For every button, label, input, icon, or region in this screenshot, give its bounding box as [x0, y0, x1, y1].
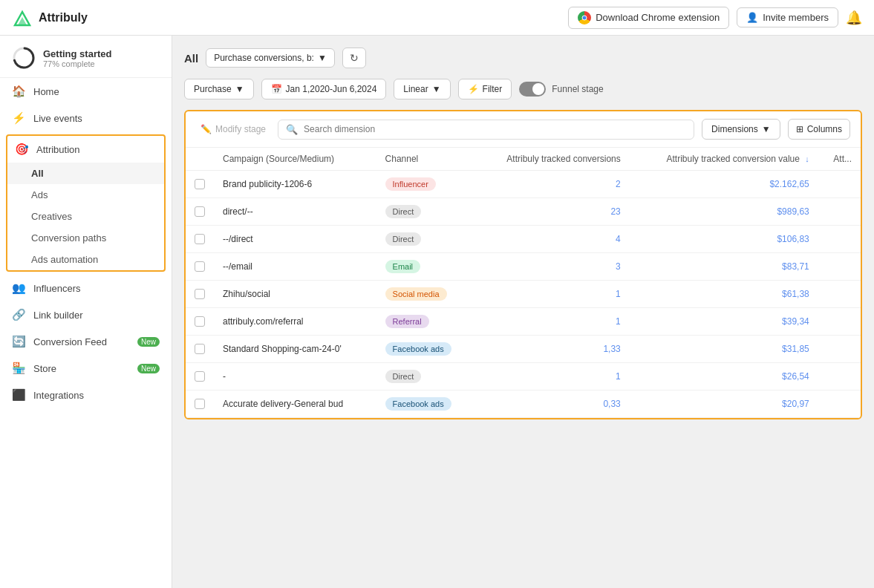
- linear-dropdown-icon: ▼: [432, 84, 441, 94]
- chrome-icon: [578, 11, 591, 24]
- linear-button[interactable]: Linear ▼: [394, 79, 450, 99]
- row-checkbox[interactable]: [195, 344, 205, 354]
- chrome-extension-button[interactable]: Download Chrome extension: [568, 7, 729, 29]
- sidebar-item-home[interactable]: 🏠 Home: [0, 78, 172, 105]
- search-icon: 🔍: [286, 124, 298, 135]
- row-campaign: Brand publicity-1206-6: [214, 171, 376, 198]
- purchase-filter-button[interactable]: Purchase ▼: [184, 79, 254, 99]
- sidebar-sub-item-ads[interactable]: Ads: [7, 184, 164, 206]
- store-icon: 🏪: [12, 362, 26, 375]
- row-checkbox[interactable]: [195, 179, 205, 189]
- row-value: $31,85: [630, 336, 818, 363]
- sidebar-item-integrations[interactable]: ⬛ Integrations: [0, 382, 172, 408]
- columns-button[interactable]: ⊞ Columns: [788, 119, 850, 140]
- channel-badge: Facebook ads: [385, 397, 451, 411]
- sidebar-item-live-events[interactable]: ⚡ Live events: [0, 105, 172, 131]
- modify-stage-button[interactable]: ✏️ Modify stage: [196, 121, 270, 137]
- funnel-stage-toggle-wrap: Funnel stage: [519, 82, 603, 97]
- row-conversions: 3: [474, 253, 629, 281]
- sidebar-sub-item-creatives[interactable]: Creatives: [7, 206, 164, 227]
- row-att: [818, 336, 861, 363]
- columns-grid-icon: ⊞: [796, 124, 803, 134]
- row-checkbox[interactable]: [195, 234, 205, 244]
- row-channel: Direct: [376, 226, 475, 253]
- row-checkbox[interactable]: [195, 371, 205, 382]
- sidebar-label-store: Store: [33, 363, 56, 374]
- purchase-dropdown-icon: ▼: [235, 84, 244, 94]
- calendar-icon: 📅: [271, 84, 282, 94]
- row-checkbox[interactable]: [195, 289, 205, 299]
- row-checkbox-cell: [186, 253, 214, 281]
- row-value: $989,63: [630, 198, 818, 226]
- link-builder-icon: 🔗: [12, 308, 26, 321]
- row-value: $20,97: [630, 391, 818, 418]
- th-value-label: Attribuly tracked conversion value: [667, 154, 800, 164]
- conversion-feed-badge: New: [137, 337, 160, 347]
- row-campaign: -: [214, 363, 376, 391]
- row-channel: Social media: [376, 281, 475, 308]
- channel-badge: Direct: [385, 370, 422, 383]
- influencers-icon: 👥: [12, 281, 26, 295]
- row-conversions: 2: [474, 171, 629, 198]
- refresh-button[interactable]: ↻: [342, 48, 366, 68]
- invite-members-button[interactable]: 👤 Invite members: [737, 7, 838, 27]
- row-checkbox[interactable]: [195, 316, 205, 327]
- invite-members-label: Invite members: [763, 12, 829, 23]
- th-att: Att...: [818, 148, 861, 171]
- modify-stage-label: Modify stage: [215, 124, 266, 134]
- sidebar-item-influencers[interactable]: 👥 Influencers: [0, 275, 172, 301]
- linear-label: Linear: [403, 84, 428, 94]
- attribution-group: 🎯 Attribution All Ads Creatives Conversi…: [6, 134, 166, 272]
- search-input[interactable]: [304, 124, 686, 134]
- row-conversions: 23: [474, 198, 629, 226]
- integrations-icon: ⬛: [12, 388, 26, 402]
- sidebar-item-attribution[interactable]: 🎯 Attribution: [7, 136, 164, 163]
- main-layout: Getting started 77% complete 🏠 Home ⚡ Li…: [0, 36, 874, 588]
- logo-icon: [12, 7, 33, 28]
- table-card: ✏️ Modify stage 🔍 Dimensions ▼ ⊞ Columns: [184, 110, 862, 419]
- row-campaign: Accurate delivery-General bud: [214, 391, 376, 418]
- row-value: $2.162,65: [630, 171, 818, 198]
- sidebar-label-integrations: Integrations: [33, 390, 84, 401]
- channel-badge: Influencer: [385, 177, 436, 191]
- row-att: [818, 281, 861, 308]
- table-row: Standard Shopping-cam-24-0' Facebook ads…: [186, 336, 861, 363]
- row-channel: Referral: [376, 308, 475, 336]
- th-campaign: Campaign (Source/Medium): [214, 148, 376, 171]
- row-value: $61,38: [630, 281, 818, 308]
- row-checkbox[interactable]: [195, 206, 205, 217]
- chrome-extension-label: Download Chrome extension: [596, 12, 720, 23]
- date-range-button[interactable]: 📅 Jan 1,2020-Jun 6,2024: [261, 79, 387, 99]
- store-badge: New: [137, 364, 160, 373]
- channel-badge: Direct: [385, 205, 422, 218]
- sidebar-item-link-builder[interactable]: 🔗 Link builder: [0, 301, 172, 328]
- filter-button[interactable]: ⚡ Filter: [458, 79, 512, 99]
- notification-bell-button[interactable]: 🔔: [846, 10, 862, 26]
- channel-badge: Direct: [385, 232, 422, 246]
- row-att: [818, 308, 861, 336]
- sidebar-label-attribution: Attribution: [36, 144, 80, 155]
- purchase-label: Purchase: [194, 84, 232, 94]
- row-att: [818, 171, 861, 198]
- purchase-conversions-dropdown[interactable]: Purchase conversions, b: ▼: [206, 48, 335, 68]
- sidebar-sub-item-conversion-paths[interactable]: Conversion paths: [7, 227, 164, 249]
- home-icon: 🏠: [12, 85, 26, 98]
- top-nav: Attribuly Download Chrome extension 👤 In…: [0, 0, 874, 36]
- table-header-row: Campaign (Source/Medium) Channel Attribu…: [186, 148, 861, 171]
- row-checkbox[interactable]: [195, 261, 205, 272]
- dimensions-button[interactable]: Dimensions ▼: [702, 119, 780, 140]
- row-conversions: 1: [474, 281, 629, 308]
- sidebar-label-link-builder: Link builder: [33, 310, 83, 321]
- sidebar-sub-item-ads-automation[interactable]: Ads automation: [7, 249, 164, 270]
- row-checkbox[interactable]: [195, 399, 205, 409]
- columns-label: Columns: [807, 124, 842, 134]
- funnel-stage-toggle[interactable]: [519, 82, 546, 97]
- th-value: Attribuly tracked conversion value ↓: [630, 148, 818, 171]
- sidebar-item-store[interactable]: 🏪 Store New: [0, 355, 172, 382]
- sidebar-sub-item-all[interactable]: All: [7, 163, 164, 184]
- logo-area: Attribuly: [12, 7, 88, 28]
- channel-badge: Email: [385, 260, 421, 273]
- sidebar-item-conversion-feed[interactable]: 🔄 Conversion Feed New: [0, 328, 172, 355]
- row-att: [818, 253, 861, 281]
- filter-label: Filter: [483, 84, 503, 94]
